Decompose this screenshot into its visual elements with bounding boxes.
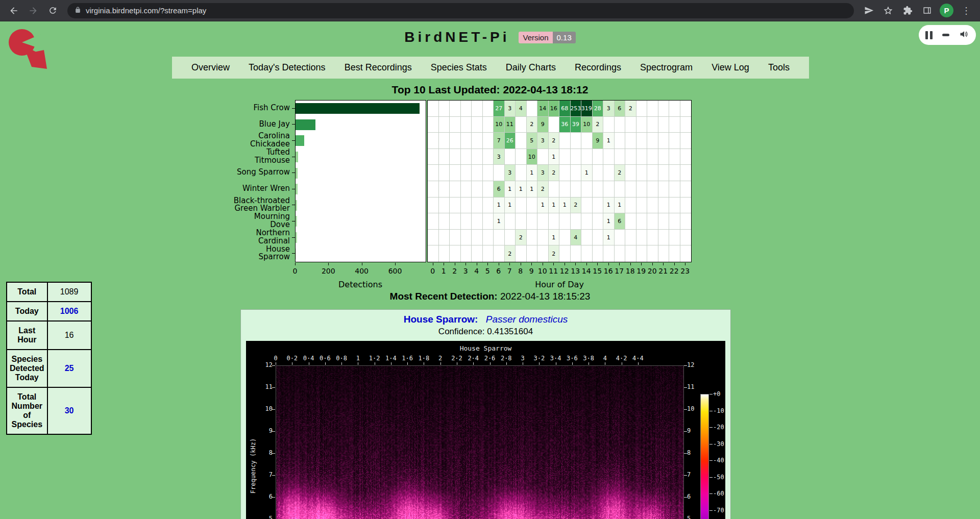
heatmap-cell: 2 (593, 117, 604, 133)
nav-item-spectrogram[interactable]: Spectrogram (640, 62, 693, 73)
heatmap-cell (680, 181, 692, 197)
heatmap-cell: 2 (549, 165, 560, 181)
heatmap-cell (647, 230, 658, 246)
back-icon[interactable] (5, 2, 22, 19)
heatmap-cell (615, 245, 626, 262)
heatmap-cell (472, 213, 483, 230)
stats-row: Today1006 (7, 302, 91, 321)
detection-bar (296, 119, 315, 130)
chart-heading: Top 10 Last Updated: 2022-04-13 18:12 (0, 84, 980, 96)
spectrogram-x-tick: 1·8 (419, 355, 430, 362)
spectrogram-y-tick: 12 (687, 361, 694, 368)
bar-axis-label: Detections (338, 280, 382, 289)
profile-avatar[interactable]: P (940, 4, 953, 17)
nav-item-overview[interactable]: Overview (191, 62, 230, 73)
heatmap-cell (571, 165, 582, 181)
heatmap-cell (472, 230, 483, 246)
heatmap-cell (461, 181, 472, 197)
heatmap-cell (603, 165, 615, 181)
send-icon[interactable] (860, 2, 877, 19)
nav-item-species-stats[interactable]: Species Stats (431, 62, 487, 73)
detection-panel: House Sparrow: Passer domesticus Confide… (240, 309, 731, 519)
forward-icon[interactable] (24, 2, 42, 19)
species-common-name-link[interactable]: House Sparrow: (404, 314, 478, 325)
browser-menu-icon[interactable]: ⋮ (958, 2, 975, 19)
heatmap-cell: 1 (559, 197, 571, 214)
extensions-icon[interactable] (899, 2, 916, 19)
heatmap-cell (603, 149, 615, 165)
heatmap-cell (472, 197, 483, 214)
species-label: Blue Jay (232, 116, 292, 133)
heatmap-cell (658, 230, 670, 246)
heatmap-cell: 1 (537, 197, 549, 214)
version-label: Version (519, 32, 552, 43)
heatmap-cell (483, 133, 494, 149)
heatmap-cell (603, 245, 615, 262)
stat-label: Species Detected Today (7, 350, 47, 387)
heatmap-cell (647, 197, 658, 214)
nav-item-today-s-detections[interactable]: Today's Detections (249, 62, 326, 73)
nav-item-view-log[interactable]: View Log (712, 62, 749, 73)
heatmap-cell (494, 230, 505, 246)
heatmap-cell (636, 101, 648, 117)
heatmap-cell (439, 197, 450, 214)
heatmap-cell (439, 117, 450, 133)
nav-item-tools[interactable]: Tools (768, 62, 790, 73)
detection-bar (296, 152, 298, 162)
stat-value[interactable]: 25 (47, 350, 91, 387)
pause-button[interactable] (925, 31, 933, 39)
heatmap-cell (559, 133, 571, 149)
heatmap-cell: 14 (537, 101, 549, 117)
heatmap-cell: 68 (559, 101, 571, 117)
heatmap-cell (472, 133, 483, 149)
heatmap-cell (680, 117, 692, 133)
header: BirdNET-Pi Version 0.13 (0, 28, 980, 47)
heatmap-cell (450, 133, 461, 149)
heatmap-cell (571, 213, 582, 230)
stats-row: Total Number of Species30 (7, 387, 91, 434)
spectrogram-x-tick: 4 (603, 355, 607, 362)
nav-item-daily-charts[interactable]: Daily Charts (506, 62, 556, 73)
colorbar-tick: -70 (713, 507, 724, 514)
bookmark-star-icon[interactable] (879, 2, 897, 19)
heatmap-cell (472, 101, 483, 117)
stat-value[interactable]: 1006 (47, 302, 91, 321)
side-panel-icon[interactable] (918, 2, 936, 19)
heatmap-cell (537, 245, 549, 262)
species-label: House Sparrow (232, 245, 292, 261)
spectrogram-colorbar (700, 394, 709, 519)
heatmap-cell (450, 149, 461, 165)
heatmap-cell: 2 (527, 117, 538, 133)
heatmap-cell (636, 133, 648, 149)
detection-bar (296, 135, 304, 146)
nav-item-best-recordings[interactable]: Best Recordings (345, 62, 412, 73)
reload-icon[interactable] (44, 2, 61, 19)
heatmap-cell (461, 197, 472, 214)
stat-label: Total Number of Species (7, 387, 47, 434)
heatmap-cell (461, 230, 472, 246)
heatmap-cell (581, 213, 593, 230)
spectrogram-title: House Sparrow (460, 344, 512, 352)
stats-row: Species Detected Today25 (7, 350, 91, 387)
heatmap-cell (439, 245, 450, 262)
spectrogram-x-tick: 3·2 (533, 355, 545, 362)
heatmap-cell: 2 (549, 133, 560, 149)
stat-value[interactable]: 30 (47, 387, 91, 434)
volume-icon[interactable] (959, 29, 969, 41)
url-bar[interactable]: virginia.birdnetpi.com/?stream=play (67, 3, 854, 18)
heatmap-cell (428, 149, 439, 165)
heatmap-cell: 1 (603, 197, 615, 214)
heatmap-cell (571, 149, 582, 165)
heatmap-cell (428, 101, 439, 117)
spectrogram-x-tick: 0·4 (303, 355, 314, 362)
heatmap-cell (658, 133, 670, 149)
seek-handle[interactable] (942, 34, 949, 36)
heatmap-cell (516, 165, 527, 181)
heatmap-cell (461, 245, 472, 262)
detection-bar (296, 103, 420, 114)
nav-item-recordings[interactable]: Recordings (575, 62, 621, 73)
heatmap-cell (647, 117, 658, 133)
spectrogram-image (276, 365, 684, 519)
heatmap-cell (461, 149, 472, 165)
heatmap-cell (636, 181, 648, 197)
